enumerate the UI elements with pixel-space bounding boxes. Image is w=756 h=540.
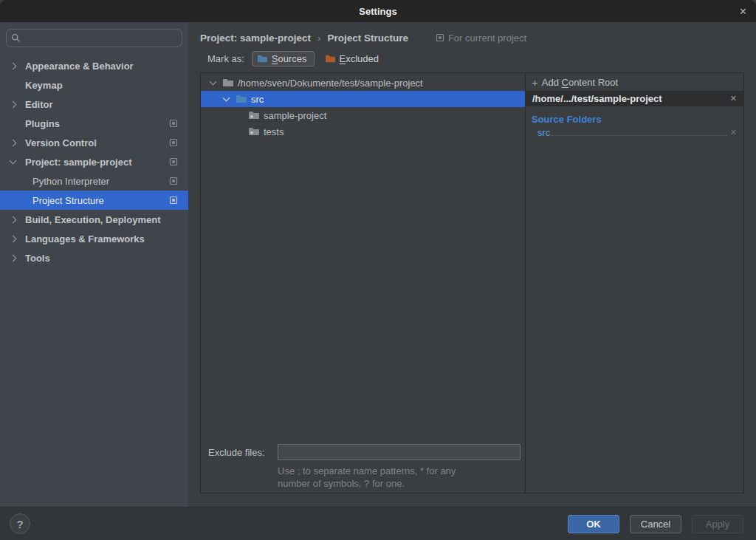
settings-nav: Appearance & Behavior Keymap Editor Plug… <box>0 56 188 267</box>
sidebar-item-build-execution-deployment[interactable]: Build, Execution, Deployment <box>0 210 188 229</box>
sidebar-item-languages-frameworks[interactable]: Languages & Frameworks <box>0 229 188 248</box>
chevron-down-icon[interactable] <box>209 78 216 86</box>
window-title: Settings <box>359 6 396 17</box>
directory-tree: /home/sven/Dokumente/test/sample-project… <box>201 73 525 493</box>
sidebar-item-tools[interactable]: Tools <box>0 248 188 267</box>
remove-source-folder-icon[interactable]: ✕ <box>730 128 737 137</box>
ok-button[interactable]: OK <box>568 515 619 533</box>
search-icon <box>11 33 21 43</box>
current-project-badge-icon <box>169 119 178 128</box>
folder-icon <box>248 126 260 137</box>
chevron-right-icon <box>10 254 17 262</box>
search-input[interactable] <box>24 33 177 44</box>
content-roots-panel: /home/sven/Dokumente/test/sample-project… <box>200 72 744 493</box>
mark-as-toolbar: Mark as: Sources Excluded <box>200 49 744 68</box>
excluded-folder-icon <box>325 54 336 64</box>
sidebar-item-appearance-behavior[interactable]: Appearance & Behavior <box>0 56 188 75</box>
folder-icon <box>222 78 234 88</box>
apply-button[interactable]: Apply <box>692 515 743 533</box>
sidebar-item-keymap[interactable]: Keymap <box>0 75 188 95</box>
chevron-right-icon <box>10 139 17 146</box>
chevron-right-icon <box>10 100 17 108</box>
exclude-files-label: Exclude files: <box>208 447 278 458</box>
source-folder-icon <box>257 54 268 64</box>
help-button[interactable]: ? <box>10 513 30 534</box>
breadcrumb-separator: › <box>317 33 320 44</box>
settings-sidebar: Appearance & Behavior Keymap Editor Plug… <box>0 22 188 507</box>
exclude-files-section: Exclude files: Use ; to separate name pa… <box>201 444 520 493</box>
breadcrumb: Project: sample-project › Project Struct… <box>200 30 744 46</box>
mark-excluded-button[interactable]: Excluded <box>322 52 382 66</box>
dotted-leader <box>551 135 726 136</box>
exclude-files-hint: Use ; to separate name patterns, * for a… <box>278 465 520 490</box>
chevron-right-icon <box>10 235 17 242</box>
current-project-badge-icon <box>169 157 178 166</box>
chevron-right-icon <box>10 216 17 223</box>
source-folder-name: src <box>537 127 550 138</box>
current-project-badge-icon <box>436 33 444 42</box>
breadcrumb-page-title: Project Structure <box>327 33 408 44</box>
current-project-badge-icon <box>169 196 178 205</box>
chevron-down-icon[interactable] <box>222 95 230 102</box>
current-project-badge-icon <box>169 138 178 147</box>
source-folder-entry[interactable]: src ✕ <box>537 127 737 138</box>
exclude-files-input[interactable] <box>278 444 520 460</box>
mark-sources-button[interactable]: Sources <box>252 51 315 66</box>
plus-icon: + <box>532 77 538 88</box>
scope-label: For current project <box>436 33 526 44</box>
remove-content-root-icon[interactable]: ✕ <box>730 94 737 103</box>
content-root-details: + Add Content Root /home/.../test/sample… <box>526 73 743 493</box>
sidebar-item-python-interpreter[interactable]: Python Interpreter <box>0 171 188 191</box>
source-folders-heading: Source Folders <box>532 114 743 125</box>
source-folder-icon <box>236 94 247 104</box>
sidebar-item-plugins[interactable]: Plugins <box>0 114 188 133</box>
mark-as-label: Mark as: <box>207 53 244 64</box>
tree-row-tests[interactable]: tests <box>201 123 525 140</box>
tree-row-src[interactable]: src <box>201 91 525 107</box>
sidebar-item-project-structure[interactable]: Project Structure <box>0 191 188 210</box>
content-root-path: /home/.../test/sample-project <box>532 93 730 104</box>
settings-search-box[interactable] <box>6 29 182 47</box>
current-project-badge-icon <box>169 177 178 185</box>
chevron-right-icon <box>10 62 17 69</box>
content-root-entry[interactable]: /home/.../test/sample-project ✕ <box>526 91 743 106</box>
project-structure-page: Project: sample-project › Project Struct… <box>188 22 756 507</box>
settings-dialog: Appearance & Behavior Keymap Editor Plug… <box>0 22 756 507</box>
tree-row-content-root[interactable]: /home/sven/Dokumente/test/sample-project <box>201 75 525 91</box>
sidebar-item-editor[interactable]: Editor <box>0 95 188 114</box>
titlebar: Settings ✕ <box>0 0 756 22</box>
cancel-button[interactable]: Cancel <box>630 515 681 533</box>
tree-row-sample-project[interactable]: sample-project <box>201 107 525 123</box>
dialog-footer: ? OK Cancel Apply <box>0 507 756 540</box>
close-icon[interactable]: ✕ <box>739 6 747 17</box>
sidebar-item-project-sample-project[interactable]: Project: sample-project <box>0 152 188 171</box>
chevron-down-icon <box>10 157 17 165</box>
sidebar-item-version-control[interactable]: Version Control <box>0 133 188 152</box>
add-content-root-button[interactable]: + Add Content Root <box>526 73 743 91</box>
breadcrumb-project[interactable]: Project: sample-project <box>200 33 311 44</box>
folder-icon <box>248 110 260 120</box>
